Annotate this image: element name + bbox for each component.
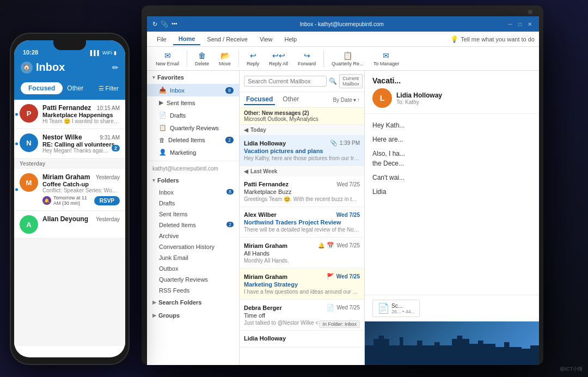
attachment-item-1[interactable]: 📄 Sc... 26... • 44... [372,300,420,317]
phone-tab-other[interactable]: Other [67,84,83,92]
to-manager-button[interactable]: ✉ To Manager [369,50,404,68]
phone-rsvp-button[interactable]: RSVP [94,196,120,205]
tab-other[interactable]: Other [280,94,301,105]
sidebar-item-sent[interactable]: ▶ Sent Items [147,96,239,109]
sidebar-item-inbox[interactable]: 📥 Inbox 8 [147,84,239,96]
more-icon[interactable]: ••• [171,21,177,28]
phone-email-item-allan[interactable]: A Allan Deyoung Yesterday [14,211,125,239]
sidebar-item-marketing[interactable]: 👤 Marketing [147,146,239,159]
folder-drafts[interactable]: Drafts [147,198,239,209]
email-sender-miriam-mkt: Miriam Graham [244,273,287,280]
phone-email-top-allan: Allan Deyoung Yesterday [42,215,120,223]
today-label: Today [250,127,266,133]
favorites-label: Favorites [157,74,184,81]
ribbon-search[interactable]: 💡 Tell me what you want to do [450,35,535,43]
folder-deleted[interactable]: Deleted Items 2 [147,220,239,230]
tab-help[interactable]: Help [279,34,303,45]
mailbox-dropdown[interactable]: Current Mailbox [339,74,363,88]
reading-sender-name: Lidia Holloway [396,92,531,99]
new-email-icon: ✉ [164,51,171,60]
other-notice[interactable]: Other: New messages (2) Microsoft Outloo… [240,108,364,125]
email-item-miriam-allhands[interactable]: Miriam Graham 🔔 📅 Wed 7/25 All Hands Mon… [240,238,364,269]
delete-label: Delete [195,61,209,66]
reminder-icon: 🔔 [42,196,51,205]
reply-button[interactable]: ↩ Reply [242,50,264,68]
phone-email-item-patti[interactable]: P Patti Fernandez 10:15 AM Marketplace H… [14,100,125,129]
phone-email-list: P Patti Fernandez 10:15 AM Marketplace H… [14,100,125,346]
folder-outbox[interactable]: Outbox [147,263,239,274]
reading-body-line3: Can't wai... [372,173,531,183]
phone-reminder: 🔔 Tomorrow at 11 AM (30 min) RSVP [42,195,120,206]
search-input[interactable] [244,76,327,87]
email-item-lidia2[interactable]: Lidia Holloway [240,331,364,348]
tab-send-receive[interactable]: Send / Receive [201,34,253,45]
phone-inbox-title: 🏠 Inbox [21,61,65,74]
tab-view[interactable]: View [254,34,278,45]
quarterly-label: Quarterly Re... [332,61,364,66]
tab-home[interactable]: Home [173,33,201,45]
minimize-button[interactable]: ─ [506,21,514,27]
favorites-header: ▾ Favorites [147,71,239,84]
quarterly-review-button[interactable]: 📋 Quarterly Re... [327,50,368,68]
folder-quarterly-reviews[interactable]: Quarterly Reviews [147,274,239,285]
paperclip-icon[interactable]: 📎 [161,21,168,28]
email-subject-miriam-mkt: Marketing Strategy [244,281,360,288]
phone-tab-focused[interactable]: Focused [21,82,63,94]
folder-inbox[interactable]: Inbox 8 [147,187,239,198]
phone-subject-miriam: Coffee Catch-up [42,181,120,187]
tab-focused[interactable]: Focused [244,94,275,105]
reading-pane-header: Vacati... L Lidia Holloway To: Kathy [365,71,539,114]
phone-filter-button[interactable]: ☰ Filter [99,85,119,92]
move-button[interactable]: 📂 Move [215,50,235,68]
phone-status-icons: ▌▌▌ WiFi ▮ [90,50,117,56]
sidebar-item-drafts[interactable]: 📄 Drafts [147,109,239,121]
phone-subject-nestor: RE: Calling all volunteers [42,141,120,148]
forward-button[interactable]: ↪ Forward [293,50,320,68]
phone-sender-allan: Allan Deyoung [42,215,88,223]
phone-inbox-icon: 🏠 [21,62,33,74]
move-label: Move [219,61,231,66]
last-week-label: Last Week [250,168,277,174]
forward-icon: ↪ [304,51,310,60]
phone-email-item-miriam[interactable]: M Miriam Graham Yesterday Coffee Catch-u… [14,169,125,211]
folder-conversation[interactable]: Conversation History [147,241,239,252]
folder-inbox-label: Inbox [159,189,174,196]
email-item-lidia2-top: Lidia Holloway [244,335,360,342]
ribbon-separator-3 [323,51,324,67]
reading-sender-initial: L [380,94,385,102]
close-button[interactable]: ✕ [526,21,534,27]
new-email-button[interactable]: ✉ New Email [151,50,183,68]
refresh-icon[interactable]: ↻ [152,21,157,28]
phone-email-item-nestor[interactable]: N Nestor Wilke 9:31 AM RE: Calling all v… [14,129,125,159]
maximize-button[interactable]: □ [516,21,524,27]
delete-button[interactable]: 🗑 Delete [191,50,213,68]
sidebar-item-deleted[interactable]: 🗑 Deleted Items 2 [147,134,239,146]
last-week-chevron: ◀ [244,168,248,174]
search-icon[interactable]: 🔍 [329,77,337,85]
folder-junk[interactable]: Junk Email [147,252,239,263]
folder-rss[interactable]: RSS Feeds [147,285,239,296]
reply-all-button[interactable]: ↩↩ Reply All [265,50,292,68]
reading-pane-image [365,321,539,365]
search-folders-header[interactable]: ▶ Search Folders [147,296,239,309]
email-item-alex[interactable]: Alex Wilber Wed 7/25 Northwind Traders P… [240,207,364,238]
folder-sent[interactable]: Sent Items [147,209,239,220]
tab-file[interactable]: File [151,34,172,45]
phone-sender-patti: Patti Fernandez [42,104,91,112]
folder-archive[interactable]: Archive [147,230,239,241]
email-item-patti[interactable]: Patti Fernandez Wed 7/25 Marketplace Buz… [240,177,364,207]
email-item-lidia[interactable]: Lidia Holloway 📎 1:39 PM Vacation pictur… [240,135,364,166]
phone-badge-nestor: 2 [112,145,120,151]
sidebar-marketing-label: Marketing [170,149,234,156]
sidebar-divider-1 [147,161,239,161]
phone-email-content-allan: Allan Deyoung Yesterday [42,215,120,234]
phone-avatar-patti: P [20,104,38,123]
sidebar-item-quarterly[interactable]: 📋 Quarterly Reviews [147,121,239,134]
phone-edit-icon[interactable]: ✏ [112,63,119,72]
email-item-miriam-marketing[interactable]: Miriam Graham 🚩 Wed 7/25 Marketing Strat… [240,269,364,300]
email-preview-alex: There will be a detailed legal review of… [244,227,360,233]
email-time-miriam-ah: Wed 7/25 [336,242,360,248]
groups-header[interactable]: ▶ Groups [147,309,239,322]
email-sort[interactable]: By Date ▾ ↑ [333,97,360,103]
email-item-debra[interactable]: Debra Berger 📄 Wed 7/25 Time off Just ta… [240,300,364,331]
